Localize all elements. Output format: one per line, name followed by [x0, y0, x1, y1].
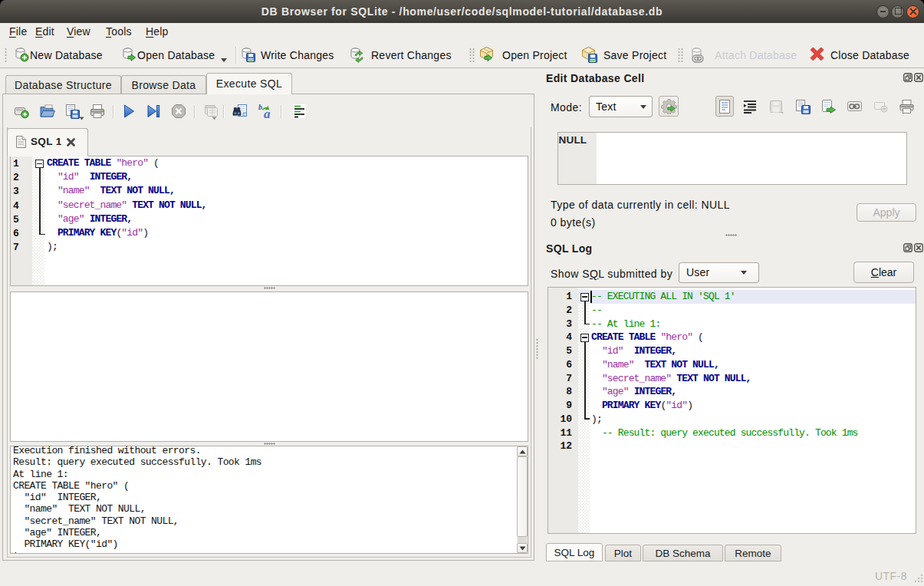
svg-text:a: a	[264, 107, 271, 120]
svg-text:b: b	[258, 103, 262, 111]
